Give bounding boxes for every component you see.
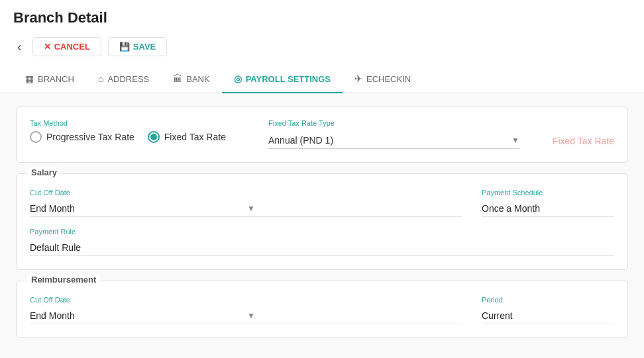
address-tab-icon: ⌂: [98, 73, 103, 84]
radio-progressive-label: Progressive Tax Rate: [46, 132, 134, 142]
payroll-tab-icon: ◎: [234, 73, 242, 84]
tab-address-label: ADDRESS: [107, 74, 149, 84]
tab-branch[interactable]: ▦ BRANCH: [13, 66, 86, 93]
salary-cutoff-arrow-icon: ▼: [247, 204, 462, 213]
page-title: Branch Detail: [13, 9, 631, 26]
fixed-tax-type-label: Fixed Tax Rate Type: [268, 119, 519, 127]
salary-cutoff-label: Cut Off Date: [30, 189, 462, 197]
salary-cutoff-value: End Month: [30, 203, 244, 214]
fixed-tax-type-arrow-icon: ▼: [511, 136, 519, 145]
salary-section-title: Salary: [27, 167, 61, 177]
tab-address[interactable]: ⌂ ADDRESS: [86, 66, 161, 93]
tab-echeckin-label: ECHECKIN: [366, 74, 411, 84]
save-icon: 💾: [119, 42, 130, 52]
salary-cutoff-group: Cut Off Date End Month ▼: [30, 189, 462, 217]
salary-schedule-value: Once a Month: [482, 201, 614, 217]
reimb-cutoff-arrow-icon: ▼: [247, 311, 462, 320]
tabs-bar: ▦ BRANCH ⌂ ADDRESS 🏛 BANK ◎ PAYROLL SETT…: [0, 66, 644, 93]
radio-fixed-circle: [148, 131, 160, 143]
radio-progressive[interactable]: Progressive Tax Rate: [30, 131, 134, 143]
radio-progressive-circle: [30, 131, 42, 143]
reimb-cutoff-select[interactable]: End Month ▼: [30, 308, 462, 324]
salary-rule-row: Payment Rule Default Rule: [30, 228, 614, 256]
tab-echeckin[interactable]: ✈ ECHECKIN: [343, 66, 423, 93]
cancel-button[interactable]: ✕ CANCEL: [32, 37, 101, 56]
salary-schedule-label: Payment Schedule: [482, 189, 614, 197]
branch-tab-icon: ▦: [25, 73, 34, 84]
toolbar: ‹ ✕ CANCEL 💾 SAVE: [13, 33, 631, 63]
echeckin-tab-icon: ✈: [354, 73, 362, 84]
bank-tab-icon: 🏛: [173, 73, 182, 84]
fixed-tax-type-select[interactable]: Annual (PND 1) ▼: [268, 131, 519, 149]
salary-section: Salary Cut Off Date End Month ▼ Payment …: [16, 173, 628, 270]
salary-rule-label: Payment Rule: [30, 228, 614, 236]
save-label: SAVE: [133, 42, 156, 52]
reimb-period-label: Period: [482, 296, 614, 304]
content-area: Tax Method Progressive Tax Rate Fixed Ta…: [0, 93, 644, 358]
save-button[interactable]: 💾 SAVE: [108, 37, 167, 56]
salary-cutoff-select[interactable]: End Month ▼: [30, 201, 462, 217]
fixed-tax-link[interactable]: Fixed Tax Rate: [553, 136, 614, 149]
tab-payroll[interactable]: ◎ PAYROLL SETTINGS: [222, 66, 343, 93]
reimbursement-section-title: Reimbursement: [27, 275, 100, 285]
cancel-label: CANCEL: [54, 42, 90, 52]
salary-fields-row: Cut Off Date End Month ▼ Payment Schedul…: [30, 189, 614, 217]
reimb-cutoff-label: Cut Off Date: [30, 296, 462, 304]
reimb-period-value: Current: [482, 308, 614, 324]
reimb-cutoff-group: Cut Off Date End Month ▼: [30, 296, 462, 324]
reimb-period-group: Period Current: [482, 296, 614, 324]
reimbursement-section: Reimbursement Cut Off Date End Month ▼ P…: [16, 281, 628, 338]
tab-payroll-label: PAYROLL SETTINGS: [246, 74, 331, 84]
cancel-icon: ✕: [44, 42, 51, 52]
reimbursement-fields-row: Cut Off Date End Month ▼ Period Current: [30, 296, 614, 324]
salary-rule-value: Default Rule: [30, 240, 614, 256]
fixed-tax-type-value: Annual (PND 1): [268, 135, 509, 146]
back-button[interactable]: ‹: [13, 38, 26, 56]
page-header: Branch Detail ‹ ✕ CANCEL 💾 SAVE: [0, 0, 644, 66]
tab-bank-label: BANK: [186, 74, 209, 84]
radio-fixed-label: Fixed Tax Rate: [164, 132, 226, 142]
tax-method-section: Tax Method Progressive Tax Rate Fixed Ta…: [16, 107, 628, 163]
tab-bank[interactable]: 🏛 BANK: [161, 66, 221, 93]
tab-branch-label: BRANCH: [38, 74, 74, 84]
salary-schedule-group: Payment Schedule Once a Month: [482, 189, 614, 217]
tax-method-label: Tax Method: [30, 119, 242, 127]
radio-fixed[interactable]: Fixed Tax Rate: [148, 131, 226, 143]
tax-method-radio-group: Progressive Tax Rate Fixed Tax Rate: [30, 131, 242, 143]
reimb-cutoff-value: End Month: [30, 310, 244, 321]
